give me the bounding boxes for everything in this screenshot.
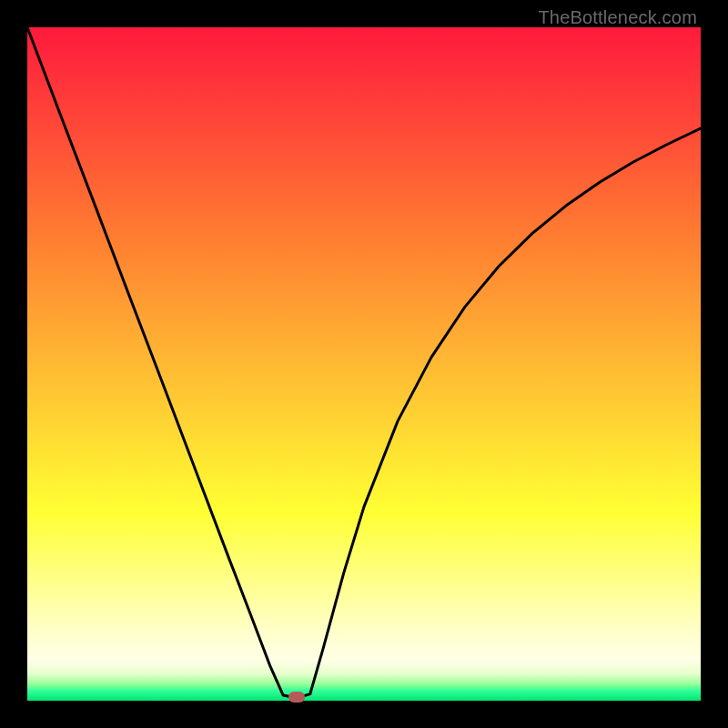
bottleneck-curve bbox=[27, 27, 701, 697]
plot-area bbox=[27, 27, 701, 701]
curve-layer bbox=[27, 27, 701, 701]
chart-frame: TheBottleneck.com bbox=[0, 0, 728, 728]
optimum-marker bbox=[288, 692, 305, 703]
watermark-text: TheBottleneck.com bbox=[538, 7, 697, 28]
